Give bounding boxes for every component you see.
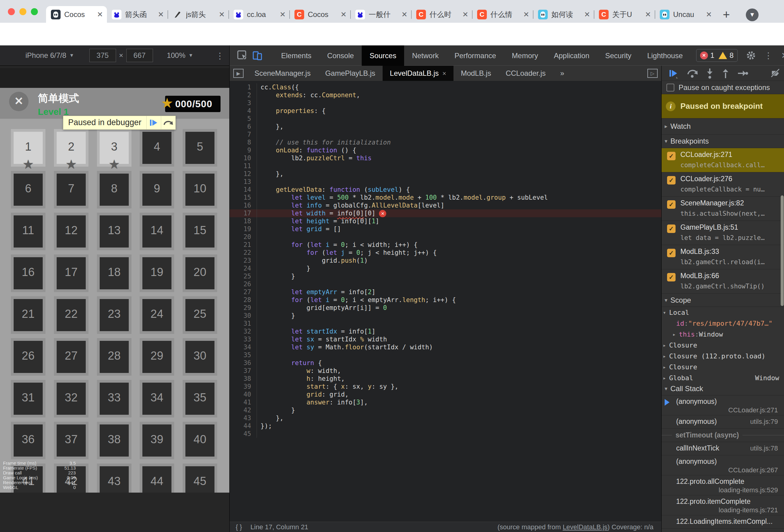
- code-line[interactable]: 30 }: [230, 312, 661, 319]
- code-line[interactable]: 38 h: height,: [230, 375, 661, 383]
- code-line[interactable]: 33 let sx = startIdx % width: [230, 335, 661, 343]
- breakpoint-checkbox[interactable]: ✓: [667, 224, 676, 233]
- line-number[interactable]: 6: [230, 123, 257, 131]
- line-number[interactable]: 35: [230, 351, 257, 359]
- level-cell[interactable]: 43: [97, 464, 132, 493]
- code-line[interactable]: 29 grid[emptyArr[i]] = 0: [230, 304, 661, 312]
- tab-close-icon[interactable]: ✕: [280, 10, 286, 19]
- mac-minimize-button[interactable]: [19, 8, 26, 15]
- call-stack-frame[interactable]: 122.proto.allCompleteloading-items.js:52…: [662, 475, 784, 495]
- line-number[interactable]: 17: [230, 209, 257, 217]
- scope-row[interactable]: ▸this: Window: [662, 329, 784, 340]
- code-line[interactable]: 1cc.Class({: [230, 83, 661, 91]
- browser-tab[interactable]: CCocos✕: [289, 6, 351, 23]
- scope-row[interactable]: id: "res/import/47/47b7…": [662, 318, 784, 329]
- line-number[interactable]: 1: [230, 83, 257, 91]
- step-out-icon[interactable]: [722, 68, 729, 79]
- code-line[interactable]: 39 start: { x: sx, y: sy },: [230, 383, 661, 391]
- file-tab-overflow-icon[interactable]: »: [553, 66, 571, 81]
- scope-row[interactable]: ▸Closure: [662, 340, 784, 351]
- level-cell[interactable]: 23: [97, 296, 132, 334]
- overlay-resume-button[interactable]: [146, 116, 161, 129]
- call-stack-frame[interactable]: (anonymous)CCLoader.js:267: [662, 455, 784, 475]
- line-number[interactable]: 34: [230, 343, 257, 351]
- step-over-icon[interactable]: [687, 68, 698, 79]
- line-number[interactable]: 26: [230, 280, 257, 288]
- level-cell[interactable]: 31: [11, 380, 46, 418]
- line-number[interactable]: 12: [230, 170, 257, 178]
- line-number[interactable]: 8: [230, 138, 257, 146]
- line-number[interactable]: 22: [230, 249, 257, 257]
- panel-tab-memory[interactable]: Memory: [504, 46, 546, 66]
- line-number[interactable]: 19: [230, 225, 257, 233]
- level-cell[interactable]: 16: [11, 254, 46, 292]
- line-number[interactable]: 27: [230, 288, 257, 296]
- code-line[interactable]: 21 for (let i = 0; i < width; i++) {: [230, 241, 661, 249]
- level-cell[interactable]: 34: [140, 380, 174, 418]
- level-cell[interactable]: 39: [140, 422, 174, 459]
- breakpoint-item[interactable]: ✓CCLoader.js:276completeCallback = nu…: [662, 172, 784, 197]
- level-cell[interactable]: 26: [11, 338, 46, 376]
- level-cell[interactable]: 30: [183, 338, 217, 376]
- browser-tab[interactable]: 一般什✕: [351, 6, 411, 23]
- line-number[interactable]: 16: [230, 201, 257, 209]
- code-line[interactable]: 37 w: width,: [230, 367, 661, 375]
- breakpoint-item[interactable]: ✓ModLB.js:33lb2.gameCtrl.reload(i…: [662, 245, 784, 269]
- code-line[interactable]: 18 let height = info[0][1]: [230, 217, 661, 225]
- file-tab[interactable]: LevelDataLB.js×: [383, 66, 453, 81]
- breakpoint-item[interactable]: ✓SceneManager.js:82this.actualShow(next,…: [662, 197, 784, 221]
- browser-tab[interactable]: Cocos✕: [46, 6, 107, 23]
- tab-close-icon[interactable]: ✕: [523, 10, 529, 19]
- line-number[interactable]: 39: [230, 383, 257, 391]
- new-tab-button[interactable]: +: [723, 8, 730, 22]
- breakpoint-item[interactable]: ✓GamePlayLB.js:51let data = lb2.puzzle…: [662, 221, 784, 245]
- navigator-toggle-icon[interactable]: ▶: [233, 69, 244, 78]
- pretty-print-icon[interactable]: { }: [236, 523, 242, 531]
- level-cell[interactable]: 8: [97, 171, 132, 208]
- panel-tab-application[interactable]: Application: [546, 46, 597, 66]
- code-line[interactable]: 20: [230, 233, 661, 241]
- line-number[interactable]: 37: [230, 367, 257, 375]
- level-cell[interactable]: 11: [11, 213, 46, 250]
- browser-tab[interactable]: 箭头函✕: [107, 6, 168, 23]
- code-line[interactable]: 19 let grid = []: [230, 225, 661, 233]
- panel-tab-sources[interactable]: Sources: [362, 46, 404, 66]
- line-number[interactable]: 28: [230, 296, 257, 304]
- scope-expand-icon[interactable]: ▸: [673, 331, 676, 337]
- level-cell[interactable]: 2★: [54, 129, 88, 167]
- tab-close-icon[interactable]: ✕: [158, 10, 164, 19]
- panel-tab-lighthouse[interactable]: Lighthouse: [639, 46, 691, 66]
- code-line[interactable]: 43 },: [230, 414, 661, 422]
- level-cell[interactable]: 27: [54, 338, 88, 376]
- line-number[interactable]: 15: [230, 194, 257, 201]
- mac-close-button[interactable]: [8, 8, 15, 15]
- panel-tab-console[interactable]: Console: [319, 46, 362, 66]
- step-icon[interactable]: [737, 69, 748, 78]
- code-line[interactable]: 31: [230, 319, 661, 328]
- code-line[interactable]: 4 properties: {: [230, 107, 661, 115]
- panel-tab-performance[interactable]: Performance: [447, 46, 504, 66]
- scope-row[interactable]: ▸Closure (112.proto.load): [662, 351, 784, 361]
- line-number[interactable]: 5: [230, 115, 257, 123]
- line-number[interactable]: 45: [230, 430, 257, 438]
- line-number[interactable]: 23: [230, 257, 257, 264]
- pause-on-caught-checkbox[interactable]: [667, 84, 674, 91]
- panel-tab-network[interactable]: Network: [404, 46, 447, 66]
- code-line[interactable]: 2 extends: cc.Component,: [230, 91, 661, 99]
- code-line[interactable]: 8 // use this for initialization: [230, 138, 661, 146]
- console-error-badge[interactable]: ✕ 1 8: [696, 49, 738, 62]
- level-cell[interactable]: 13: [97, 213, 132, 250]
- code-line[interactable]: 6 },: [230, 123, 661, 131]
- line-number[interactable]: 13: [230, 178, 257, 186]
- code-line[interactable]: 7: [230, 131, 661, 138]
- line-number[interactable]: 7: [230, 131, 257, 138]
- tab-close-icon[interactable]: ✕: [340, 10, 346, 19]
- code-line[interactable]: 5: [230, 115, 661, 123]
- scope-row[interactable]: ▾Local: [662, 307, 784, 318]
- line-number[interactable]: 29: [230, 304, 257, 312]
- inspect-element-icon[interactable]: [237, 50, 248, 61]
- call-stack-frame[interactable]: callInNextTickutils.js:78: [662, 442, 784, 455]
- code-line[interactable]: 9 onLoad: function () {: [230, 146, 661, 154]
- level-cell[interactable]: 35: [183, 380, 217, 418]
- level-cell[interactable]: 20: [183, 254, 217, 292]
